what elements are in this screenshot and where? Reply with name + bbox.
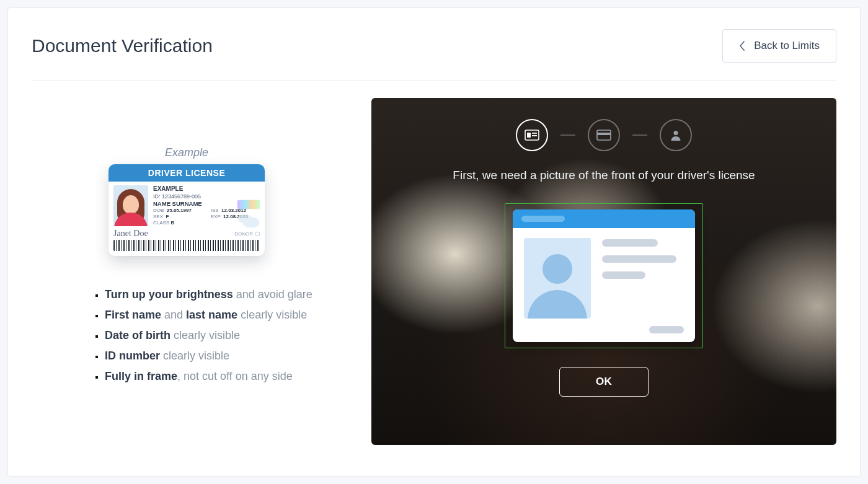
tips-list: Turn up your brightness and avoid glare … — [94, 284, 329, 387]
exp-label: EXP — [211, 214, 221, 219]
step-selfie — [660, 119, 692, 151]
tip-text: clearly visible — [160, 350, 229, 362]
example-license-card: DRIVER LICENSE EXAMPLE ID: 123456789-005… — [108, 164, 265, 256]
svg-point-6 — [674, 131, 678, 135]
tip-item: Fully in frame, not cut off on any side — [105, 366, 329, 387]
verification-card: Document Verification Back to Limits Exa… — [7, 7, 861, 477]
tip-item: Turn up your brightness and avoid glare — [105, 284, 329, 305]
example-signature: Janet Doe — [113, 229, 148, 239]
tip-text: and — [161, 309, 186, 321]
tip-item: ID number clearly visible — [105, 346, 329, 366]
example-photo — [113, 185, 148, 226]
back-to-limits-label: Back to Limits — [754, 40, 820, 52]
tip-bold: ID number — [105, 350, 160, 362]
example-id-line: ID: 123456789-005 — [153, 193, 260, 200]
tip-text: and avoid glare — [233, 288, 312, 301]
hologram-icon — [237, 200, 260, 209]
tip-item: Date of birth clearly visible — [105, 325, 329, 346]
tip-text: clearly visible — [170, 329, 240, 341]
capture-step-indicator — [371, 98, 836, 151]
dob-label: DOB — [153, 208, 164, 213]
example-label-text: EXAMPLE — [153, 185, 260, 193]
tip-bold: Turn up your brightness — [105, 288, 233, 301]
camera-panel: First, we need a picture of the front of… — [371, 98, 836, 445]
donor-indicator: DONOR — [234, 231, 260, 237]
svg-rect-5 — [597, 133, 611, 135]
example-caption: Example — [165, 146, 208, 159]
id-preview-graphic — [513, 209, 695, 342]
tip-bold: First name — [105, 309, 161, 321]
globe-watermark-icon — [232, 211, 261, 230]
step-id-back — [588, 119, 620, 151]
svg-rect-1 — [527, 133, 531, 138]
instructions-column: Example DRIVER LICENSE EXAMPLE ID: 12345… — [32, 98, 342, 445]
ok-button[interactable]: OK — [559, 367, 649, 397]
id-front-icon — [525, 130, 539, 141]
person-icon — [670, 129, 682, 141]
sex-label: SEX — [153, 214, 163, 219]
preview-photo-icon — [524, 238, 591, 319]
class-value: B — [170, 220, 174, 226]
iss-label: ISS — [211, 208, 219, 213]
capture-target-frame — [505, 203, 703, 348]
back-to-limits-button[interactable]: Back to Limits — [722, 29, 836, 63]
chevron-left-icon — [739, 41, 745, 51]
tip-text: clearly visible — [237, 309, 307, 321]
step-separator — [560, 134, 575, 136]
example-card-title: DRIVER LICENSE — [108, 164, 265, 182]
svg-rect-3 — [532, 135, 537, 136]
id-back-icon — [596, 130, 611, 141]
header-row: Document Verification Back to Limits — [32, 29, 836, 81]
tip-bold: Fully in frame — [105, 370, 177, 382]
step-separator — [632, 134, 647, 136]
tip-text: , not cut off on any side — [177, 370, 293, 382]
camera-instruction-text: First, we need a picture of the front of… — [371, 169, 836, 182]
barcode-icon — [113, 240, 260, 251]
dob-value: 25.05.1997 — [167, 208, 192, 213]
tip-bold: last name — [186, 309, 237, 321]
tip-item: First name and last name clearly visible — [105, 305, 329, 325]
class-label: CLASS — [153, 220, 169, 226]
page-title: Document Verification — [32, 35, 213, 56]
svg-rect-2 — [532, 133, 537, 134]
sex-value: F — [166, 214, 169, 219]
tip-bold: Date of birth — [105, 329, 170, 341]
donor-label: DONOR — [234, 231, 253, 237]
step-id-front — [516, 119, 548, 151]
